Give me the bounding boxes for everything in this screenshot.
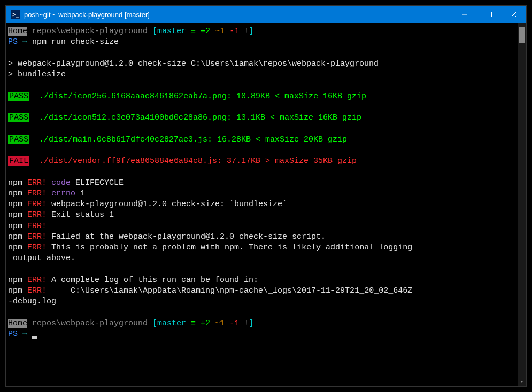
pass-badge: PASS — [8, 135, 29, 144]
scrollbar-thumb[interactable] — [519, 27, 525, 43]
minimize-button[interactable] — [452, 6, 477, 23]
scrollbar-down-arrow[interactable]: ▾ — [518, 378, 526, 386]
home-badge: Home — [8, 319, 27, 328]
cursor — [32, 336, 37, 339]
terminal-window: >_ posh~git ~ webpack-playground [master… — [5, 5, 527, 387]
maximize-button[interactable] — [477, 6, 502, 23]
close-button[interactable] — [502, 6, 526, 23]
fail-badge: FAIL — [8, 156, 29, 166]
svg-rect-1 — [487, 12, 492, 17]
titlebar[interactable]: >_ posh~git ~ webpack-playground [master… — [6, 6, 526, 23]
pass-badge: PASS — [8, 113, 29, 122]
home-badge: Home — [8, 27, 27, 36]
window-controls — [452, 6, 526, 23]
scrollbar[interactable]: ▾ — [518, 23, 526, 386]
powershell-icon: >_ — [11, 10, 20, 19]
window-title: posh~git ~ webpack-playground [master] — [24, 11, 452, 19]
terminal-container: Home repos\webpack-playground [master ≡ … — [6, 23, 526, 386]
pass-badge: PASS — [8, 92, 29, 101]
terminal-output[interactable]: Home repos\webpack-playground [master ≡ … — [6, 23, 518, 386]
